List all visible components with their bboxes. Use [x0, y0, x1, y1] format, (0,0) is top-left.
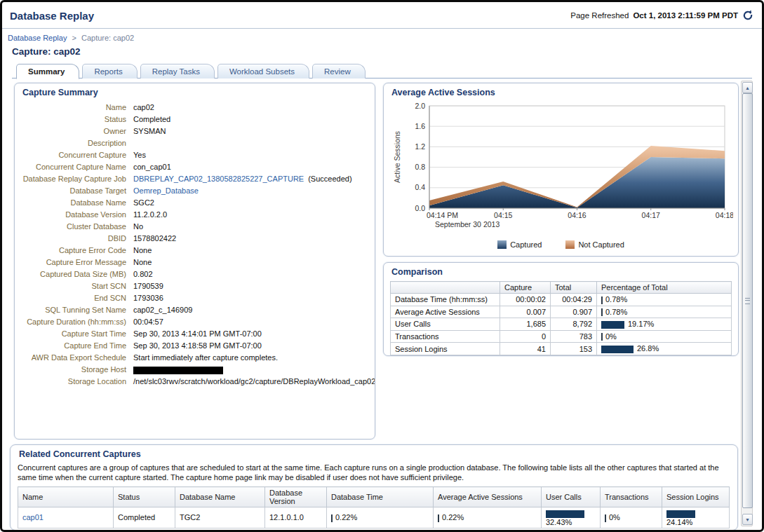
column-header: Total — [551, 282, 597, 294]
chart-legend: CapturedNot Captured — [390, 240, 732, 249]
legend-label: Captured — [510, 240, 542, 249]
column-header: Database Version — [265, 487, 327, 507]
summary-field-row: Concurrent Capture Namecon_cap01 — [21, 161, 368, 173]
field-value: No — [126, 222, 143, 231]
field-value: Yes — [126, 151, 146, 160]
table-row: cap01CompletedTGC212.1.0.1.00.22%0.22%32… — [18, 507, 730, 528]
field-label: Owner — [21, 127, 126, 136]
percentage-label: 26.8% — [637, 344, 659, 353]
top-bar: Database Replay Page Refreshed Oct 1, 20… — [10, 6, 753, 25]
percentage-bar — [666, 510, 695, 518]
y-tick-label: 0.4 — [415, 183, 425, 191]
percentage-label: 32.43% — [546, 518, 572, 526]
tab-workload-subsets[interactable]: Workload Subsets — [217, 64, 309, 79]
comparison-row: Database Time (hh:mm:ss)00:00:0200:04:29… — [391, 294, 732, 306]
x-tick-label: 04:18 — [716, 211, 733, 219]
field-label: Concurrent Capture — [21, 151, 126, 160]
field-label: Capture Error Message — [21, 258, 126, 267]
summary-field-row: Storage Location/net/slc03rwv/scratch/wo… — [21, 376, 368, 388]
related-captures-table: NameStatusDatabase NameDatabase VersionD… — [18, 486, 730, 528]
page-refreshed-label: Page Refreshed — [570, 11, 629, 20]
field-value: 0.802 — [126, 270, 153, 279]
total-value-cell: 783 — [551, 330, 597, 343]
legend-item: Not Captured — [565, 240, 624, 249]
percentage-cell: 0% — [597, 330, 732, 343]
percentage-tick — [605, 514, 606, 522]
percentage-tick — [601, 333, 603, 341]
summary-field-row: Description — [21, 137, 368, 149]
capture-link[interactable]: cap01 — [22, 513, 43, 521]
percentage-cell: 32.43% — [542, 507, 601, 528]
field-label: Capture End Time — [21, 341, 126, 350]
field-value: SYSMAN — [126, 127, 166, 136]
scroll-up-button[interactable]: ▲ — [742, 82, 753, 93]
tab-bar: SummaryReportsReplay TasksWorkload Subse… — [16, 62, 748, 79]
field-value: 1793036 — [126, 294, 163, 303]
x-axis-sublabel: September 30 2013 — [435, 220, 500, 229]
column-header: Percentage of Total — [597, 282, 732, 294]
percentage-label: 0.78% — [605, 308, 627, 316]
field-value: 1578802422 — [126, 234, 176, 243]
y-tick-label: 0.8 — [415, 163, 425, 171]
field-label: Cluster Database — [21, 222, 126, 231]
tab-review[interactable]: Review — [312, 64, 366, 79]
database-version-cell: 12.1.0.1.0 — [265, 507, 327, 528]
field-value: Start immediately after capture complete… — [126, 353, 278, 362]
capture-value-cell: 0.007 — [500, 306, 551, 318]
percentage-cell: 24.14% — [662, 507, 730, 528]
tab-summary[interactable]: Summary — [16, 64, 79, 79]
column-header: Transactions — [601, 487, 662, 507]
comparison-panel: Comparison CaptureTotalPercentage of Tot… — [383, 262, 739, 356]
capture-summary-fields: Namecap02StatusCompletedOwnerSYSMANDescr… — [21, 102, 368, 388]
legend-swatch-captured — [497, 240, 507, 249]
field-label: Description — [21, 139, 126, 148]
percentage-label: 0.22% — [442, 513, 464, 521]
scroll-thumb[interactable] — [742, 93, 753, 508]
summary-field-row: Cluster DatabaseNo — [21, 221, 368, 233]
field-value: DBREPLAY_CAP02_1380582825227_CAPTURE(Suc… — [126, 175, 352, 184]
percentage-tick — [438, 514, 439, 522]
summary-field-row: End SCN1793036 — [21, 292, 368, 304]
percentage-label: 0% — [605, 332, 617, 341]
field-label: Captured Data Size (MB) — [21, 270, 126, 279]
field-label: Name — [21, 103, 126, 112]
related-concurrent-captures-panel: Related Concurrent Captures Concurrent c… — [10, 444, 738, 531]
column-header — [391, 282, 500, 294]
field-value: con_cap01 — [126, 163, 171, 172]
average-active-sessions-chart: 0.00.40.81.21.62.004:14 PM04:1504:1604:1… — [390, 102, 733, 238]
percentage-bar — [601, 321, 624, 329]
capture-summary-heading: Capture Summary — [22, 88, 368, 97]
percentage-label: 24.14% — [666, 518, 692, 526]
field-value: cap02_c_146909 — [126, 306, 192, 315]
metric-cell: User Calls — [391, 318, 500, 331]
tab-reports[interactable]: Reports — [82, 64, 137, 79]
y-tick-label: 0.0 — [415, 204, 425, 212]
field-value: Sep 30, 2013 4:18:58 PM GMT-07:00 — [126, 341, 262, 350]
percentage-bar — [546, 510, 584, 518]
breadcrumb: Database Replay > Capture: cap02 — [8, 34, 134, 42]
page-title: Capture: cap02 — [12, 46, 81, 57]
tab-replay-tasks[interactable]: Replay Tasks — [140, 64, 215, 79]
percentage-cell: 0.78% — [597, 306, 732, 318]
field-label: Storage Location — [21, 377, 126, 386]
y-tick-label: 1.2 — [415, 142, 425, 151]
refresh-icon[interactable] — [742, 10, 753, 21]
field-value-link[interactable]: DBREPLAY_CAP02_1380582825227_CAPTURE — [133, 175, 304, 183]
breadcrumb-parent-link[interactable]: Database Replay — [8, 34, 67, 42]
column-header: Average Active Sessions — [434, 487, 542, 507]
scroll-down-button[interactable]: ▼ — [742, 514, 753, 525]
vertical-scrollbar[interactable]: ▲ ▼ — [741, 81, 753, 526]
breadcrumb-separator: > — [72, 34, 76, 42]
x-tick-label: 04:17 — [642, 211, 660, 219]
field-label: Database Version — [21, 210, 126, 219]
legend-label: Not Captured — [578, 240, 624, 249]
summary-field-row: Concurrent CaptureYes — [21, 149, 368, 161]
field-value-link[interactable]: Oemrep_Database — [133, 186, 199, 195]
field-label: Capture Duration (hh:mm:ss) — [21, 318, 126, 327]
field-value: Oemrep_Database — [126, 186, 199, 196]
x-tick-label: 04:14 PM — [427, 211, 458, 219]
summary-field-row: Capture Error MessageNone — [21, 257, 368, 268]
total-value-cell: 8,792 — [551, 318, 597, 331]
percentage-label: 0.78% — [605, 295, 627, 303]
field-value: Completed — [126, 115, 170, 124]
